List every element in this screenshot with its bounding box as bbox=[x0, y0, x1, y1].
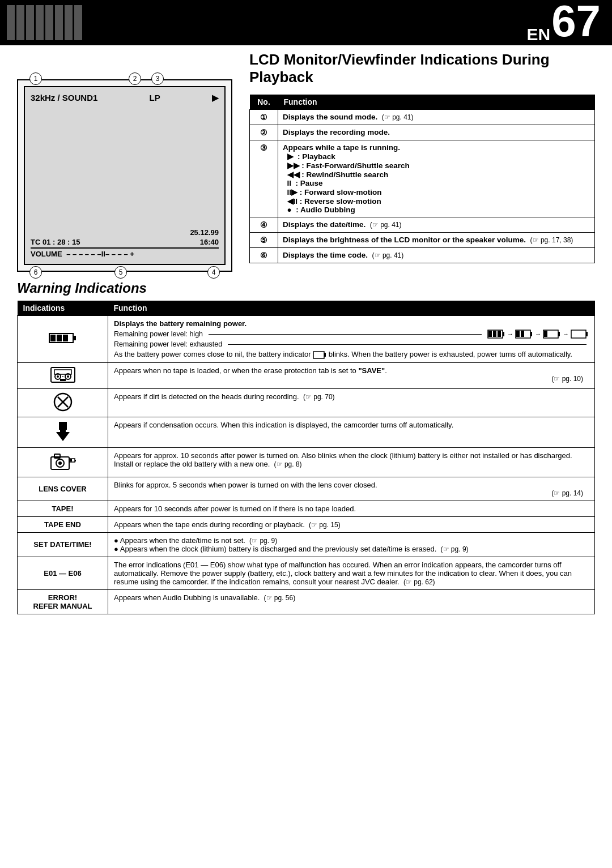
stripe-4 bbox=[36, 5, 44, 40]
e01-e06-function: The error indications (E01 — E06) show w… bbox=[108, 557, 595, 589]
bat-func-note: As the battery power comes close to nil,… bbox=[114, 350, 589, 359]
bat-low bbox=[543, 330, 561, 339]
tape-warning-function: Appears for 10 seconds after power is tu… bbox=[108, 501, 595, 516]
svg-rect-12 bbox=[516, 331, 520, 337]
callout-4: 4 bbox=[207, 266, 220, 279]
lcd-recording-mode: LP bbox=[150, 93, 160, 103]
stripe-1 bbox=[7, 5, 15, 40]
row-func: Displays the time code. (☞ pg. 41) bbox=[278, 248, 595, 263]
page-header: EN67 bbox=[0, 0, 612, 45]
svg-rect-2 bbox=[50, 335, 56, 341]
error-function: Appears when Audio Dubbing is unavailabl… bbox=[108, 589, 595, 614]
th-indications: Indications bbox=[18, 301, 108, 316]
stripe-2 bbox=[16, 5, 24, 40]
page-wrapper: EN67 1 2 3 4 5 6 32kHz / SOUND1 LP ▶ bbox=[0, 0, 612, 626]
right-section: LCD Monitor/Viewfinder Indications Durin… bbox=[249, 51, 595, 272]
table-row: ② Displays the recording mode. bbox=[250, 125, 595, 140]
lcd-play-symbol: ▶ bbox=[212, 93, 219, 103]
page-number-box: EN67 bbox=[527, 0, 612, 45]
table-row: ⑥ Displays the time code. (☞ pg. 41) bbox=[250, 248, 595, 263]
condensation-function: Appears if condensation occurs. When thi… bbox=[108, 417, 595, 447]
svg-point-28 bbox=[62, 376, 63, 377]
svg-rect-19 bbox=[313, 352, 324, 358]
svg-rect-16 bbox=[544, 331, 547, 337]
header-stripes bbox=[0, 0, 89, 45]
th-function: Function bbox=[108, 301, 595, 316]
bat-line bbox=[209, 334, 482, 335]
svg-rect-13 bbox=[521, 331, 524, 337]
row-no: ① bbox=[250, 110, 278, 125]
table-row: Appears when no tape is loaded, or when … bbox=[18, 362, 595, 388]
row-func: Appears while a tape is running. ▶ : Pla… bbox=[278, 140, 595, 217]
row-func: Displays the sound mode. (☞ pg. 41) bbox=[278, 110, 595, 125]
battery-function: Displays the battery remaining power. Re… bbox=[108, 316, 595, 363]
e01-e06-indicator: E01 — E06 bbox=[18, 557, 108, 589]
table-row: Displays the battery remaining power. Re… bbox=[18, 316, 595, 363]
svg-rect-18 bbox=[586, 332, 588, 336]
camera-battery-icon bbox=[50, 451, 76, 472]
tape-end-text: TAPE END bbox=[44, 520, 81, 529]
lcd-sound-mode: 32kHz / SOUND1 bbox=[31, 93, 97, 103]
tape-end-indicator: TAPE END bbox=[18, 516, 108, 532]
battery-full-icon bbox=[49, 332, 77, 344]
tape-warning-indicator: TAPE! bbox=[18, 501, 108, 516]
row-func: Displays the recording mode. bbox=[278, 125, 595, 140]
error-indicator: ERROR!REFER MANUAL bbox=[18, 589, 108, 614]
table-row: E01 — E06 The error indications (E01 — E… bbox=[18, 557, 595, 589]
lcd-inner: 32kHz / SOUND1 LP ▶ 25.12.99 TC 01 : 28 … bbox=[24, 86, 226, 265]
lcd-top-row: 32kHz / SOUND1 LP ▶ bbox=[31, 93, 219, 103]
stripe-6 bbox=[55, 5, 63, 40]
th-function: Function bbox=[278, 95, 595, 110]
clock-battery-function: Appears for approx. 10 seconds after pow… bbox=[108, 447, 595, 477]
row-no: ⑥ bbox=[250, 248, 278, 263]
svg-rect-15 bbox=[558, 332, 560, 336]
clock-battery-indicator bbox=[18, 447, 108, 477]
warning-section: Warning Indications Indications Function bbox=[0, 277, 612, 626]
lcd-bottom-area: 25.12.99 TC 01 : 28 : 15 16:40 VOLUME – … bbox=[31, 228, 219, 258]
lens-cover-function: Blinks for approx. 5 seconds when power … bbox=[108, 477, 595, 501]
lens-cover-indicator: LENS COVER bbox=[18, 477, 108, 501]
tape-warning-text: TAPE! bbox=[52, 504, 73, 513]
set-date-time-indicator: SET DATE/TIME! bbox=[18, 532, 108, 557]
svg-point-25 bbox=[67, 375, 69, 378]
section-title: LCD Monitor/Viewfinder Indications Durin… bbox=[249, 51, 595, 86]
svg-rect-32 bbox=[59, 422, 67, 430]
bat-line2 bbox=[228, 344, 586, 345]
table-row: Appears for approx. 10 seconds after pow… bbox=[18, 447, 595, 477]
set-date-time-text: SET DATE/TIME! bbox=[33, 540, 91, 549]
svg-rect-40 bbox=[75, 460, 76, 461]
tape-protect-indicator bbox=[18, 362, 108, 388]
row-func: Displays the brightness of the LCD monit… bbox=[278, 233, 595, 248]
bat-power-high: Remaining power level: high bbox=[114, 330, 589, 339]
header-spacer bbox=[89, 0, 527, 45]
error-text: ERROR!REFER MANUAL bbox=[33, 593, 92, 610]
table-row: Appears if condensation occurs. When thi… bbox=[18, 417, 595, 447]
svg-rect-34 bbox=[60, 429, 66, 433]
row-no: ④ bbox=[250, 217, 278, 233]
table-row: LENS COVER Blinks for approx. 5 seconds … bbox=[18, 477, 595, 501]
svg-rect-6 bbox=[503, 332, 504, 336]
condensation-indicator bbox=[18, 417, 108, 447]
row-no: ③ bbox=[250, 140, 278, 217]
svg-rect-41 bbox=[70, 459, 72, 461]
svg-rect-8 bbox=[493, 331, 496, 337]
tape-protect-function: Appears when no tape is loaded, or when … bbox=[108, 362, 595, 388]
table-row: Appears if dirt is detected on the heads… bbox=[18, 388, 595, 417]
table-row: ERROR!REFER MANUAL Appears when Audio Du… bbox=[18, 589, 595, 614]
svg-rect-9 bbox=[498, 331, 501, 337]
svg-rect-4 bbox=[63, 335, 68, 341]
svg-rect-7 bbox=[488, 331, 492, 337]
table-row: ③ Appears while a tape is running. ▶ : P… bbox=[250, 140, 595, 217]
table-row: TAPE! Appears for 10 seconds after power… bbox=[18, 501, 595, 516]
callout-6: 6 bbox=[29, 266, 42, 279]
e01-e06-text: E01 — E06 bbox=[44, 569, 82, 578]
svg-rect-20 bbox=[324, 353, 326, 357]
warning-title: Warning Indications bbox=[17, 280, 595, 296]
en-label: EN bbox=[527, 26, 551, 43]
th-no: No. bbox=[250, 95, 278, 110]
stripe-5 bbox=[45, 5, 53, 40]
callout-3: 3 bbox=[151, 72, 164, 85]
tape-protect-icon bbox=[50, 366, 76, 383]
stripe-7 bbox=[65, 5, 73, 40]
svg-rect-27 bbox=[60, 379, 66, 381]
